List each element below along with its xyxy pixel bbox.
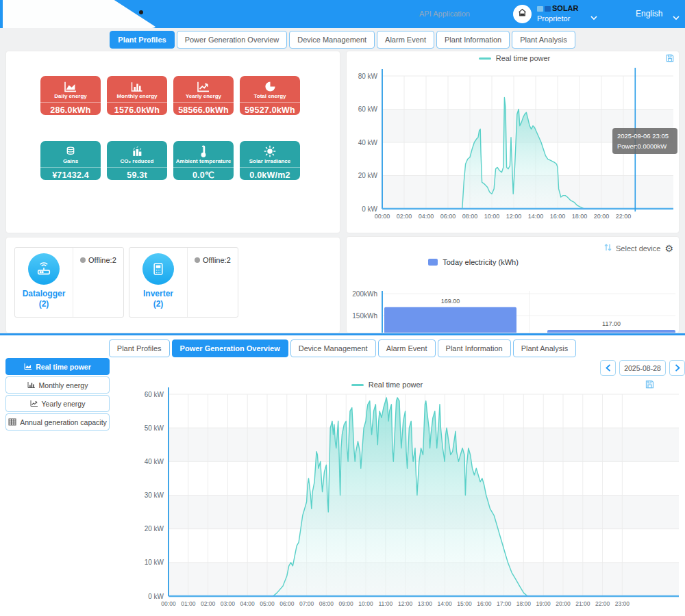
avatar[interactable] — [513, 5, 532, 23]
today-electricity-card: Select device ⚙ Today electricity (kWh) … — [346, 236, 680, 333]
api-application-link[interactable]: API Application — [419, 10, 470, 18]
stat-card-gains[interactable]: Gains¥71432.4 — [40, 141, 101, 180]
device-summary[interactable]: Datalogger(2) — [15, 248, 73, 317]
tab-plant-information[interactable]: Plant Information — [436, 31, 510, 49]
device-summary[interactable]: Inverter(2) — [129, 248, 187, 317]
stat-card-total-energy[interactable]: Total energy59527.0kWh — [240, 76, 300, 115]
svg-text:07:00: 07:00 — [299, 600, 314, 607]
tab-plant-profiles[interactable]: Plant Profiles — [110, 31, 174, 49]
brand-name: SOLAR — [537, 3, 579, 14]
bottom-tabbar: Plant ProfilesPower Generation OverviewD… — [0, 339, 685, 357]
stat-card-co-reduced[interactable]: CO₂ reduced59.3t — [107, 141, 167, 180]
area-chart-icon — [24, 363, 32, 370]
stat-label: Daily energy — [40, 93, 101, 103]
svg-text:60 kW: 60 kW — [358, 105, 378, 113]
device-box-datalogger: Datalogger(2)Offline:2 — [14, 247, 124, 318]
tab-plant-analysis[interactable]: Plant Analysis — [513, 339, 576, 357]
stat-card-ambient-temperature[interactable]: Ambient temperature0.0℃ — [173, 141, 234, 180]
tab-power-generation-overview[interactable]: Power Generation Overview — [172, 339, 288, 357]
svg-text:13:00: 13:00 — [418, 600, 433, 607]
plant-stats-card: Daily energy286.0kWhMonthly energy1576.0… — [5, 51, 340, 233]
tab-alarm-event[interactable]: Alarm Event — [378, 339, 436, 357]
svg-text:18:00: 18:00 — [516, 600, 532, 607]
chevron-down-icon[interactable] — [590, 11, 597, 23]
stat-card-daily-energy[interactable]: Daily energy286.0kWh — [40, 76, 101, 115]
device-status: Offline:2 — [195, 256, 238, 264]
svg-text:200kWh: 200kWh — [352, 290, 377, 298]
devices-card: Datalogger(2)Offline:2Inverter(2)Offline… — [5, 237, 340, 333]
tab-plant-profiles[interactable]: Plant Profiles — [109, 339, 170, 357]
tab-device-management[interactable]: Device Management — [290, 339, 376, 357]
svg-text:16:00: 16:00 — [550, 213, 566, 220]
legend-real-time-power[interactable]: Real time power — [412, 54, 617, 62]
device-box-inverter: Inverter(2)Offline:2 — [129, 247, 238, 318]
logo-area — [3, 0, 158, 28]
tab-plant-analysis[interactable]: Plant Analysis — [512, 31, 575, 49]
menu-item-label: Real time power — [36, 363, 91, 371]
realtime-power-chart[interactable]: 00:0001:0002:0003:0004:0005:0006:0007:00… — [0, 370, 685, 616]
stat-card-monthly-energy[interactable]: Monthly energy1576.0kWh — [107, 76, 167, 115]
svg-text:20 kW: 20 kW — [358, 172, 378, 179]
tab-device-management[interactable]: Device Management — [289, 31, 375, 49]
stat-label: Total energy — [240, 93, 300, 103]
sun-icon — [240, 144, 300, 157]
save-chart-icon[interactable] — [665, 53, 675, 66]
stat-value: 0.0℃ — [173, 168, 234, 180]
chevron-down-icon[interactable] — [673, 11, 680, 23]
stat-label: Solar irradiance — [240, 158, 300, 168]
bar-today-electricity[interactable] — [384, 307, 516, 333]
svg-text:15:00: 15:00 — [457, 600, 472, 607]
svg-text:00:00: 00:00 — [161, 600, 176, 607]
device-name-text: Inverter — [129, 289, 187, 299]
area-chart-icon — [40, 79, 101, 92]
datalogger-icon — [28, 253, 60, 285]
inverter-icon — [142, 253, 174, 285]
tab-plant-information[interactable]: Plant Information — [438, 339, 511, 357]
svg-text:12:00: 12:00 — [398, 600, 413, 607]
svg-text:150kWh: 150kWh — [352, 312, 377, 320]
svg-text:22:00: 22:00 — [595, 600, 610, 607]
thermometer-icon — [173, 144, 234, 157]
svg-text:30 kW: 30 kW — [145, 491, 164, 499]
app-header: API Application SOLAR Proprietor English — [0, 0, 685, 28]
stat-label: Ambient temperature — [173, 158, 234, 168]
language-selector[interactable]: English — [636, 9, 662, 18]
device-name-text: Datalogger — [15, 289, 73, 299]
svg-text:17:00: 17:00 — [497, 600, 512, 607]
svg-text:40 kW: 40 kW — [358, 139, 378, 146]
legend-label: Real time power — [496, 54, 550, 62]
svg-text:06:00: 06:00 — [279, 600, 295, 607]
stat-card-solar-irradiance[interactable]: Solar irradiance0.0kW/m2 — [240, 141, 300, 180]
svg-text:05:00: 05:00 — [260, 600, 275, 607]
brand-label: SOLAR — [552, 3, 579, 14]
today-electricity-chart[interactable]: 200kWh150kWh169.00117.00 — [347, 237, 680, 333]
realtime-power-card: Real time power 00:0002:0004:0006:0008:0… — [346, 51, 680, 233]
stat-value: 58566.0kWh — [173, 103, 234, 115]
stat-value: 0.0kW/m2 — [240, 168, 300, 180]
role-label: Proprietor — [537, 14, 579, 24]
svg-text:02:00: 02:00 — [397, 213, 412, 220]
brand-logo-icon — [545, 6, 551, 12]
svg-text:03:00: 03:00 — [221, 600, 236, 607]
svg-text:20:00: 20:00 — [594, 213, 610, 220]
svg-text:10 kW: 10 kW — [145, 559, 164, 566]
factory-icon — [107, 144, 167, 157]
svg-text:80 kW: 80 kW — [358, 73, 378, 80]
device-name[interactable]: Datalogger(2) — [15, 289, 73, 309]
account-block[interactable]: SOLAR Proprietor — [537, 3, 579, 24]
stat-value: 286.0kWh — [40, 103, 101, 115]
svg-text:01:00: 01:00 — [181, 600, 196, 607]
svg-text:50 kW: 50 kW — [145, 424, 164, 432]
tab-alarm-event[interactable]: Alarm Event — [377, 31, 434, 49]
svg-text:21:00: 21:00 — [575, 600, 590, 607]
house-icon — [517, 8, 527, 21]
tab-power-generation-overview[interactable]: Power Generation Overview — [177, 31, 288, 49]
plant-profiles-screen: API Application SOLAR Proprietor English — [0, 0, 685, 333]
legend-line-icon — [479, 57, 491, 60]
device-name[interactable]: Inverter(2) — [129, 289, 187, 309]
svg-text:23:00: 23:00 — [615, 600, 630, 607]
pie-chart-icon — [240, 79, 300, 92]
svg-text:08:00: 08:00 — [462, 213, 478, 220]
stat-card-yearly-energy[interactable]: Yearly energy58566.0kWh — [173, 76, 234, 115]
svg-text:117.00: 117.00 — [602, 320, 621, 327]
